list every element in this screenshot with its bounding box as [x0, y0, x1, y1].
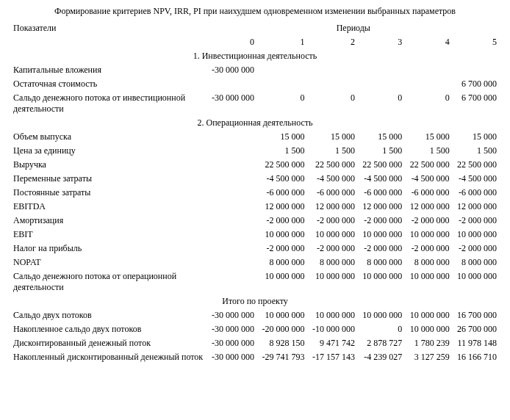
row-saldo: Сальдо двух потоков -30 000 00010 000 00…: [10, 308, 500, 322]
row-deprec: Амортизация -2 000 000-2 000 000-2 000 0…: [10, 214, 500, 228]
row-varcost: Переменные затраты -4 500 000-4 500 000-…: [10, 172, 500, 186]
label: Переменные затраты: [10, 172, 207, 186]
col-indicators: Показатели: [10, 21, 207, 49]
col-periods: Периоды: [207, 21, 500, 35]
label: Дисконтированный денежный поток: [10, 336, 207, 350]
row-cumdisc: Накопленный дисконтированный денежный по…: [10, 350, 500, 364]
period-4: 4: [405, 35, 452, 49]
row-capex: Капитальные вложения -30 000 000: [10, 63, 500, 77]
page-title: Формирование критериев NPV, IRR, PI при …: [10, 6, 500, 17]
label: NOPAT: [10, 256, 207, 269]
label: Амортизация: [10, 214, 207, 228]
label: Накопленный дисконтированный денежный по…: [10, 350, 207, 364]
period-2: 2: [308, 35, 358, 49]
row-saldo-op: Сальдо денежного потока от операционной …: [10, 269, 500, 294]
section-total: Итого по проекту: [10, 294, 500, 308]
period-0: 0: [207, 35, 257, 49]
label: Остаточная стоимость: [10, 77, 207, 91]
row-revenue: Выручка 22 500 00022 500 00022 500 00022…: [10, 158, 500, 172]
row-volume: Объем выпуска 15 00015 00015 00015 00015…: [10, 130, 500, 144]
label: Сальдо двух потоков: [10, 308, 207, 322]
row-ebitda: EBITDA 12 000 00012 000 00012 000 00012 …: [10, 200, 500, 214]
row-price: Цена за единицу 1 5001 5001 5001 5001 50…: [10, 144, 500, 158]
row-disc: Дисконтированный денежный поток -30 000 …: [10, 336, 500, 350]
label: Цена за единицу: [10, 144, 207, 158]
row-saldo-inv: Сальдо денежного потока от инвестиционно…: [10, 91, 500, 116]
section-oper: 2. Операционная деятельность: [10, 116, 500, 130]
period-1: 1: [257, 35, 307, 49]
financial-table: Показатели Периоды 0 1 2 3 4 5 1. Инвест…: [10, 21, 500, 364]
period-3: 3: [358, 35, 405, 49]
label: Капитальные вложения: [10, 63, 207, 77]
label: Налог на прибыль: [10, 242, 207, 256]
label: Сальдо денежного потока от инвестиционно…: [10, 91, 207, 116]
label: Сальдо денежного потока от операционной …: [10, 269, 207, 294]
header-row-1: Показатели Периоды: [10, 21, 500, 35]
label: Выручка: [10, 158, 207, 172]
label: EBITDA: [10, 200, 207, 214]
row-ebit: EBIT 10 000 00010 000 00010 000 00010 00…: [10, 228, 500, 242]
label: Накопленное сальдо двух потоков: [10, 322, 207, 336]
row-nopat: NOPAT 8 000 0008 000 0008 000 0008 000 0…: [10, 256, 500, 269]
period-5: 5: [453, 35, 500, 49]
label: EBIT: [10, 228, 207, 242]
section-invest: 1. Инвестиционная деятельность: [10, 49, 500, 63]
row-fixcost: Постоянные затраты -6 000 000-6 000 000-…: [10, 186, 500, 200]
label: Объем выпуска: [10, 130, 207, 144]
row-cum: Накопленное сальдо двух потоков -30 000 …: [10, 322, 500, 336]
row-liquid: Остаточная стоимость 6 700 000: [10, 77, 500, 91]
label: Постоянные затраты: [10, 186, 207, 200]
row-tax: Налог на прибыль -2 000 000-2 000 000-2 …: [10, 242, 500, 256]
